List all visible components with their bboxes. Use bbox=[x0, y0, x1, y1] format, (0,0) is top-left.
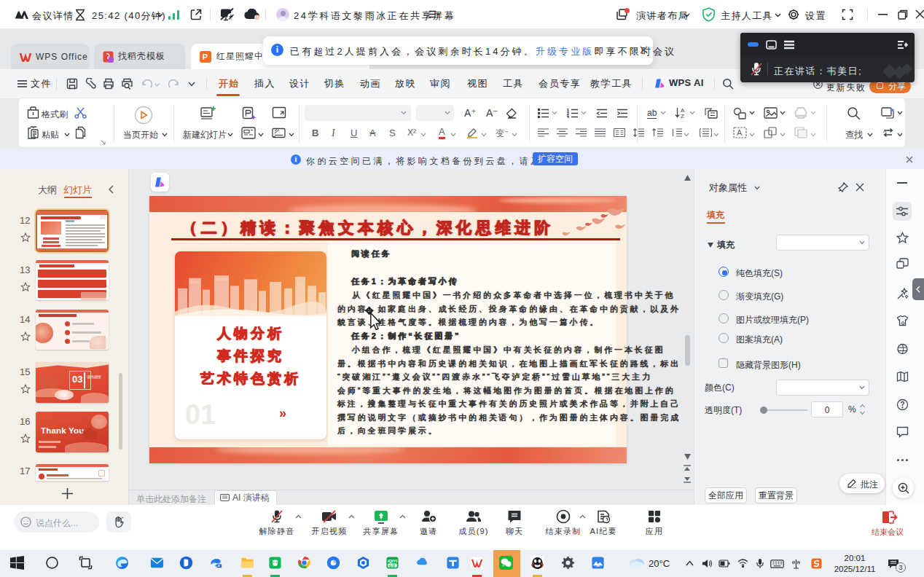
svg-text:A: A bbox=[737, 128, 743, 137]
svg-text:会议: 会议 bbox=[388, 563, 396, 568]
svg-text:Z: Z bbox=[681, 113, 684, 119]
svg-text:A: A bbox=[883, 129, 886, 133]
svg-text:3: 3 bbox=[567, 115, 569, 119]
svg-text:AI: AI bbox=[217, 564, 220, 568]
svg-text:iQIYI: iQIYI bbox=[388, 559, 397, 563]
